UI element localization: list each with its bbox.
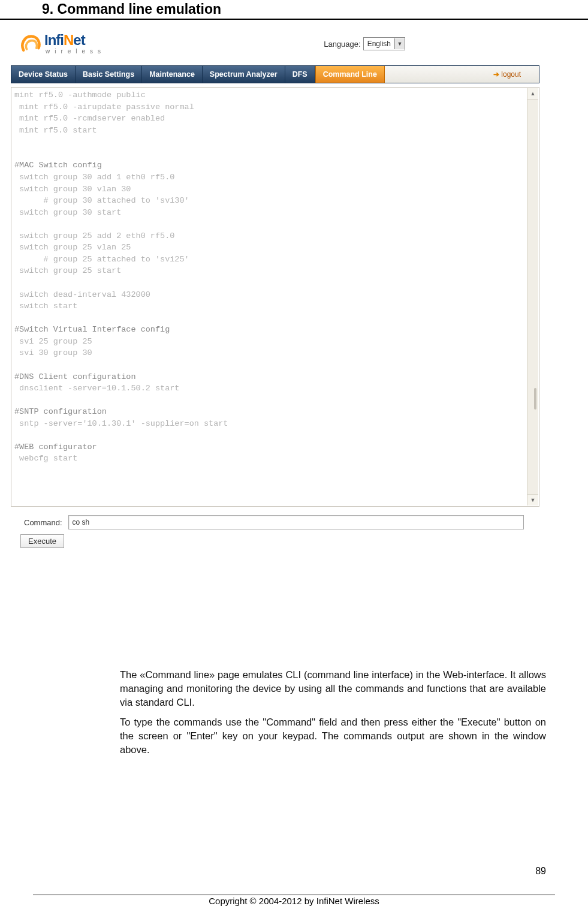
execute-button[interactable]: Execute — [20, 534, 64, 548]
tab-spectrum-analyzer[interactable]: Spectrum Analyzer — [203, 66, 285, 83]
command-input[interactable] — [68, 515, 524, 529]
scroll-down-icon[interactable]: ▼ — [527, 494, 538, 505]
scrollbar[interactable]: ▲ ▼ — [527, 88, 538, 505]
scroll-up-icon[interactable]: ▲ — [527, 88, 538, 100]
tab-basic-settings[interactable]: Basic Settings — [76, 66, 142, 83]
language-select[interactable]: English ▼ — [363, 37, 405, 50]
page-number: 89 — [535, 866, 546, 877]
tab-device-status[interactable]: Device Status — [11, 66, 76, 83]
logo-text-top: InfiNet — [44, 33, 105, 47]
logout-label: logout — [501, 70, 521, 79]
tab-dfs[interactable]: DFS — [285, 66, 315, 83]
logo: InfiNet wireless — [19, 33, 105, 55]
logo-icon — [19, 33, 41, 55]
body-paragraph-1: The «Command line» page emulates CLI (co… — [120, 668, 546, 709]
console-output: mint rf5.0 -authmode public mint rf5.0 -… — [11, 87, 539, 507]
tab-maintenance[interactable]: Maintenance — [142, 66, 203, 83]
language-value: English — [364, 40, 394, 48]
chevron-down-icon: ▼ — [394, 38, 405, 49]
section-heading: 9. Command line emulation — [0, 0, 588, 20]
scroll-thumb-indicator — [534, 388, 536, 410]
screenshot-panel: InfiNet wireless Language: English ▼ Dev… — [11, 27, 539, 548]
body-paragraph-2: To type the commands use the "Command" f… — [120, 715, 546, 757]
tab-command-line[interactable]: Command Line — [315, 66, 385, 83]
logout-link[interactable]: ➔ logout — [385, 66, 539, 83]
logout-icon: ➔ — [493, 70, 499, 79]
copyright: Copyright © 2004-2012 by InfiNet Wireles… — [0, 896, 588, 906]
logo-text-sub: wireless — [44, 49, 105, 55]
console-text: mint rf5.0 -authmode public mint rf5.0 -… — [14, 89, 523, 465]
tab-bar: Device Status Basic Settings Maintenance… — [11, 65, 539, 83]
command-label: Command: — [24, 518, 62, 527]
app-header: InfiNet wireless Language: English ▼ — [11, 27, 539, 56]
footer-divider — [33, 895, 555, 895]
language-label: Language: — [324, 40, 360, 49]
